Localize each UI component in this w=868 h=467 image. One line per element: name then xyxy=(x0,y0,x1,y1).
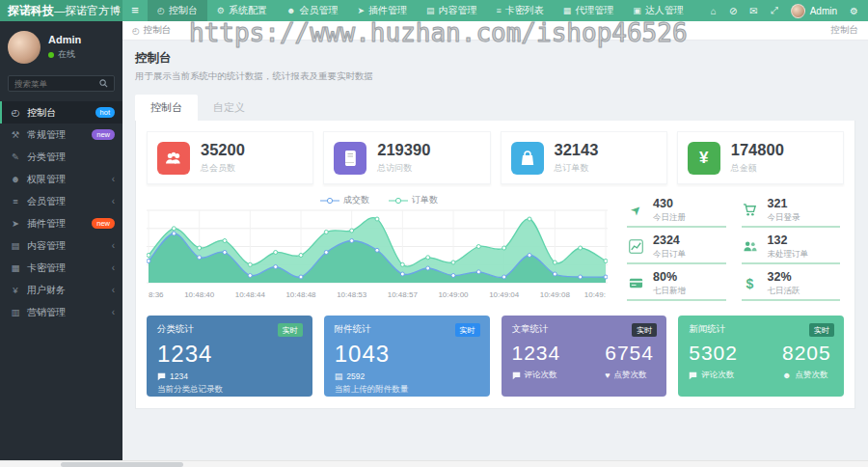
user-menu[interactable]: Admin xyxy=(791,4,837,18)
nav-item-agents[interactable]: ▦代理管理 xyxy=(554,0,624,21)
members-icon: ≡ xyxy=(10,196,21,206)
tab-dashboard[interactable]: 控制台 xyxy=(135,95,198,121)
tab-custom[interactable]: 自定义 xyxy=(198,95,260,121)
stat-label: 总访问数 xyxy=(377,162,430,175)
book-icon xyxy=(334,142,366,175)
nav-item-talents[interactable]: ▣达人管理 xyxy=(623,0,693,21)
search-input[interactable] xyxy=(14,79,95,89)
username: Admin xyxy=(810,6,837,16)
mini-stat-pending-orders[interactable]: 132未处理订单 xyxy=(742,233,841,264)
news-stats-card[interactable]: 新闻统计 实时 5302 评论次数 8205 ☻点赞次数 xyxy=(678,316,844,397)
paper-plane-icon: ➤ xyxy=(357,6,365,15)
dashboard-icon: ◴ xyxy=(132,26,140,36)
sidebar-item-card-keys[interactable]: ▦卡密管理‹ xyxy=(0,257,122,279)
nav-item-label: 代理管理 xyxy=(575,4,613,17)
page-subtitle: 用于展示当前系统中的统计数据，统计报表及重要实时数据 xyxy=(135,70,855,83)
top-menu: ◴控制台 ⚙系统配置 ☻会员管理 ➤插件管理 ▤内容管理 ≡卡密列表 ▦代理管理… xyxy=(148,0,693,21)
stat-card-members[interactable]: 35200 总会员数 xyxy=(147,131,313,184)
breadcrumb-left[interactable]: 控制台 xyxy=(144,24,172,37)
stat-value: 35200 xyxy=(201,141,245,159)
mini-stat-weekly-new[interactable]: 80%七日新增 xyxy=(627,269,726,301)
stat-label: 总订单数 xyxy=(555,162,599,175)
list-icon: ≡ xyxy=(496,6,501,15)
article-likes: 6754 ♥点赞次数 xyxy=(605,342,654,381)
main-area: ◴ 控制台 控制台 控制台 用于展示当前系统中的统计数据，统计报表及重要实时数据… xyxy=(122,21,868,460)
sidebar-item-permissions[interactable]: ☻权限管理‹ xyxy=(0,168,122,190)
svg-text:10:49:04: 10:49:04 xyxy=(489,290,520,299)
scrollbar-thumb[interactable] xyxy=(61,462,183,467)
avatar xyxy=(8,31,41,64)
sidebar-search[interactable] xyxy=(8,75,115,92)
orders-chart: 成交数 订单数 8:3610:48:4010:48:4410:48:4810:4… xyxy=(147,192,611,306)
content-icon: ▤ xyxy=(10,240,21,251)
nav-item-content[interactable]: ▤内容管理 xyxy=(417,0,487,21)
nav-item-label: 卡密列表 xyxy=(505,4,544,17)
mini-stat-registrations[interactable]: ➤ 430今日注册 xyxy=(627,196,726,228)
brand-logo[interactable]: 探诺科技—探诺官方博 xyxy=(0,0,122,21)
legend-item-orders[interactable]: 订单数 xyxy=(389,194,438,206)
mini-stat-logins[interactable]: 321今日登录 xyxy=(742,196,841,228)
heart-icon: ♥ xyxy=(605,371,610,380)
nav-item-label: 会员管理 xyxy=(299,4,338,17)
search-icon xyxy=(99,79,108,88)
category-stats-card[interactable]: 分类统计 实时 1234 1234 当前分类总记录数 xyxy=(147,316,312,397)
navbar-right: ⌂ ⊘ ✉ ⤢ Admin ⚙ xyxy=(711,0,868,21)
sidebar-user-block[interactable]: Admin 在线 xyxy=(0,21,122,71)
breadcrumb: ◴ 控制台 控制台 xyxy=(122,21,868,41)
sidebar-item-general[interactable]: ⚒常规管理new xyxy=(0,124,122,146)
trash-icon[interactable]: ⊘ xyxy=(729,6,737,16)
chevron-left-icon: ‹ xyxy=(112,174,115,184)
realtime-badge: 实时 xyxy=(278,323,303,337)
attachment-stats-card[interactable]: 附件统计 实时 1043 ▤2592 当前上传的附件数量 xyxy=(324,316,490,397)
sidebar-item-content[interactable]: ▤内容管理‹ xyxy=(0,234,122,257)
sidebar-username: Admin xyxy=(48,34,81,45)
chart-legend: 成交数 订单数 xyxy=(147,194,611,206)
file-icon: ▤ xyxy=(335,371,343,381)
nav-item-label: 内容管理 xyxy=(438,4,476,17)
sidebar-item-members[interactable]: ≡会员管理‹ xyxy=(0,190,122,212)
stat-card-amount[interactable]: ¥ 174800 总金额 xyxy=(677,131,844,184)
legend-marker-blue-icon xyxy=(320,197,339,205)
sidebar-item-marketing[interactable]: ▥营销管理‹ xyxy=(0,301,122,323)
nav-item-card-keys[interactable]: ≡卡密列表 xyxy=(486,0,553,21)
attachment-count: 1043 xyxy=(335,341,479,368)
sidebar-item-plugins[interactable]: ➤插件管理new xyxy=(0,212,122,234)
hamburger-icon[interactable]: ≡ xyxy=(122,0,148,21)
realtime-badge: 实时 xyxy=(455,323,480,337)
nav-item-system-config[interactable]: ⚙系统配置 xyxy=(207,0,277,21)
home-icon[interactable]: ⌂ xyxy=(711,6,717,16)
chevron-left-icon: ‹ xyxy=(112,262,115,273)
fullscreen-icon[interactable]: ⤢ xyxy=(771,5,778,16)
stat-label: 总金额 xyxy=(731,162,784,175)
nav-item-members[interactable]: ☻会员管理 xyxy=(277,0,347,21)
shopping-bag-icon xyxy=(511,142,544,175)
article-stats-card[interactable]: 文章统计 实时 1234 评论次数 6754 ♥点赞次数 xyxy=(502,316,667,397)
svg-text:8:36: 8:36 xyxy=(149,290,164,299)
svg-text:10:48:53: 10:48:53 xyxy=(337,290,367,299)
message-icon[interactable]: ✉ xyxy=(749,6,757,16)
dashboard-panel: 35200 总会员数 219390 总访问数 xyxy=(135,121,855,409)
hot-badge: hot xyxy=(95,107,115,118)
legend-item-deals[interactable]: 成交数 xyxy=(320,194,369,206)
category-count: 1234 xyxy=(157,341,302,368)
bottom-cards-row: 分类统计 实时 1234 1234 当前分类总记录数 附件统计 实时 1043 … xyxy=(147,316,844,397)
mini-stat-orders[interactable]: 2324今日订单 xyxy=(627,233,726,264)
comment-icon xyxy=(689,371,697,380)
stat-card-orders[interactable]: 32143 总订单数 xyxy=(501,131,667,184)
id-card-icon: ▣ xyxy=(633,6,641,15)
area-chart-canvas: 8:3610:48:4010:48:4410:48:4810:48:5310:4… xyxy=(147,207,611,306)
nav-item-plugins[interactable]: ➤插件管理 xyxy=(347,0,417,21)
cart-icon xyxy=(742,203,759,217)
brand-rest: —探诺官方博 xyxy=(54,5,121,16)
nav-item-dashboard[interactable]: ◴控制台 xyxy=(148,0,207,21)
stat-card-visits[interactable]: 219390 总访问数 xyxy=(323,131,490,184)
stat-value: 219390 xyxy=(377,141,430,159)
stat-value: 174800 xyxy=(731,141,784,159)
sidebar-item-dashboard[interactable]: ◴控制台hot xyxy=(0,101,122,124)
mini-stat-weekly-active[interactable]: $ 32%七日活跃 xyxy=(742,269,841,301)
settings-gear-icon[interactable]: ⚙ xyxy=(850,6,858,16)
sidebar-item-categories[interactable]: ✎分类管理 xyxy=(0,146,122,168)
finance-icon: ¥ xyxy=(10,285,21,295)
horizontal-scrollbar[interactable] xyxy=(0,460,868,467)
sidebar-item-finance[interactable]: ¥用户财务‹ xyxy=(0,279,122,301)
